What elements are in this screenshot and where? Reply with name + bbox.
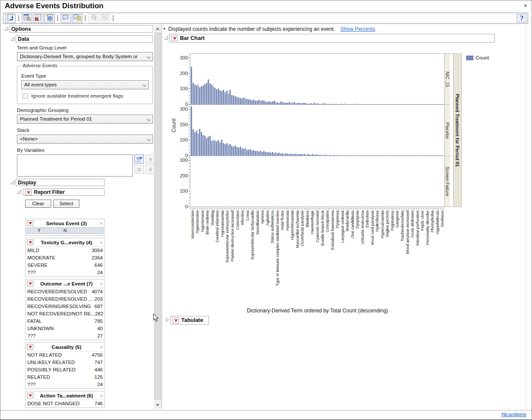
bar[interactable] xyxy=(258,151,260,156)
bar[interactable] xyxy=(268,101,270,105)
bar[interactable] xyxy=(405,104,406,105)
bar[interactable] xyxy=(250,149,251,156)
presentation-button[interactable] xyxy=(33,14,43,23)
bar[interactable] xyxy=(368,155,369,156)
bar[interactable] xyxy=(397,104,398,105)
bar[interactable] xyxy=(383,104,385,105)
filter-row[interactable]: FATAL785 xyxy=(26,318,104,325)
bar[interactable] xyxy=(309,104,310,105)
bar[interactable] xyxy=(369,104,371,105)
bar[interactable] xyxy=(238,148,239,156)
bar[interactable] xyxy=(221,91,222,105)
bar[interactable] xyxy=(418,155,420,156)
bar[interactable] xyxy=(417,104,418,105)
bar[interactable] xyxy=(441,104,442,105)
bar[interactable] xyxy=(337,155,339,156)
filter-value-button[interactable] xyxy=(78,227,104,234)
bar[interactable] xyxy=(365,155,366,156)
bar[interactable] xyxy=(255,101,256,105)
bar[interactable] xyxy=(265,102,266,105)
bar[interactable] xyxy=(333,155,334,156)
bar[interactable] xyxy=(435,104,437,105)
stack-select[interactable]: <None> xyxy=(17,135,153,144)
bar[interactable] xyxy=(358,155,359,156)
bar[interactable] xyxy=(430,104,431,105)
bar[interactable] xyxy=(365,104,366,105)
bar[interactable] xyxy=(378,104,379,105)
annotate-button[interactable] xyxy=(61,14,71,23)
bar[interactable] xyxy=(439,104,440,105)
bar[interactable] xyxy=(388,155,389,156)
bar[interactable] xyxy=(290,154,292,156)
bar[interactable] xyxy=(231,95,232,105)
bar[interactable] xyxy=(403,104,405,105)
bar[interactable] xyxy=(397,155,398,156)
bar[interactable] xyxy=(383,155,385,156)
bar[interactable] xyxy=(439,155,440,156)
disclosure-open-icon[interactable] xyxy=(4,26,8,31)
bar[interactable] xyxy=(407,155,408,156)
bar[interactable] xyxy=(344,104,346,105)
bar[interactable] xyxy=(193,129,194,156)
bar[interactable] xyxy=(321,104,322,105)
bar[interactable] xyxy=(390,155,391,156)
bar[interactable] xyxy=(341,155,342,156)
bar[interactable] xyxy=(209,83,211,105)
bar[interactable] xyxy=(424,155,425,156)
filter-row[interactable]: UNKNOWN40 xyxy=(26,325,104,332)
bar[interactable] xyxy=(403,155,405,156)
bar[interactable] xyxy=(306,103,307,105)
bar[interactable] xyxy=(412,104,413,105)
bar[interactable] xyxy=(427,104,428,105)
bar[interactable] xyxy=(324,155,325,156)
bar[interactable] xyxy=(243,149,245,156)
bar[interactable] xyxy=(366,155,368,156)
main-scrollbar-track[interactable] xyxy=(525,25,531,409)
bar[interactable] xyxy=(380,155,381,156)
bar[interactable] xyxy=(275,152,277,156)
bar[interactable] xyxy=(410,104,411,105)
bar[interactable] xyxy=(278,103,280,105)
filter-row[interactable]: POSSIBLY RELATED446 xyxy=(26,366,104,374)
bar[interactable] xyxy=(300,103,302,105)
bar[interactable] xyxy=(316,154,317,156)
web-report-button[interactable] xyxy=(44,14,55,23)
bar[interactable] xyxy=(418,104,420,105)
bar[interactable] xyxy=(363,104,364,105)
bar[interactable] xyxy=(238,98,239,105)
disclosure-open-icon[interactable] xyxy=(10,36,15,41)
add-variable-button[interactable] xyxy=(134,154,144,164)
bar[interactable] xyxy=(274,101,275,105)
bar[interactable] xyxy=(408,104,410,105)
red-triangle-menu-icon[interactable] xyxy=(173,318,179,323)
bar[interactable] xyxy=(209,136,211,156)
display-section-header[interactable]: Display xyxy=(16,179,104,186)
bar[interactable] xyxy=(373,104,374,105)
bar[interactable] xyxy=(395,155,396,156)
bar[interactable] xyxy=(376,104,378,105)
bar[interactable] xyxy=(202,85,204,105)
bar[interactable] xyxy=(321,154,322,156)
bar[interactable] xyxy=(414,155,415,156)
bar[interactable] xyxy=(425,155,427,156)
bar[interactable] xyxy=(373,155,374,156)
bar[interactable] xyxy=(299,103,300,105)
bar[interactable] xyxy=(208,137,209,156)
filter-close-icon[interactable]: × xyxy=(100,393,103,398)
bar[interactable] xyxy=(375,155,376,156)
show-percents-link[interactable]: Show Percents xyxy=(340,26,375,32)
bar[interactable] xyxy=(380,104,381,105)
bar[interactable] xyxy=(216,89,217,105)
filter-row[interactable]: RECOVERED/RESOLVED4074 xyxy=(26,288,104,295)
bar[interactable] xyxy=(243,98,245,105)
bar[interactable] xyxy=(270,102,271,105)
by-variables-listbox[interactable] xyxy=(17,154,133,177)
bar[interactable] xyxy=(317,103,319,105)
bar[interactable] xyxy=(228,145,229,156)
bar[interactable] xyxy=(435,155,437,156)
bar[interactable] xyxy=(306,155,307,156)
bar-chart-header[interactable]: Bar Chart xyxy=(169,34,495,43)
data-table-button[interactable] xyxy=(22,14,32,23)
bar[interactable] xyxy=(329,104,330,105)
bar[interactable] xyxy=(261,152,263,156)
